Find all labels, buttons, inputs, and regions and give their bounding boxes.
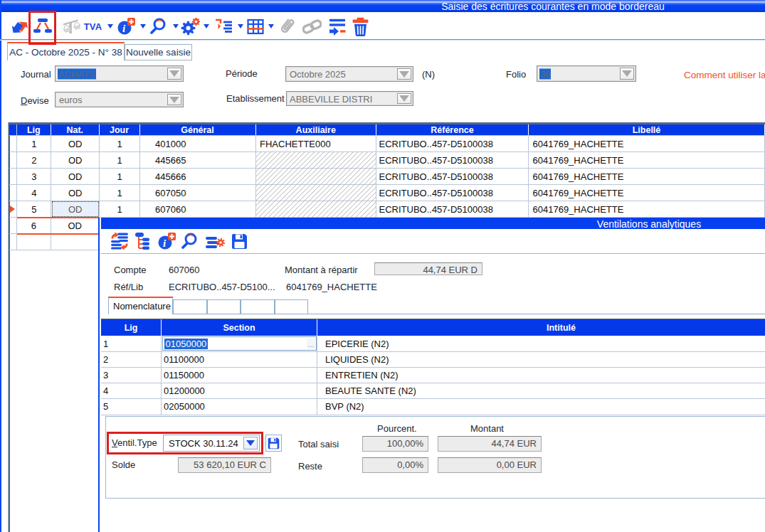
grid-icon[interactable] [247, 13, 264, 40]
etablissement-dropdown-icon[interactable] [397, 93, 411, 104]
tab-empty-4[interactable] [275, 299, 308, 314]
nomen-cell-lig[interactable]: 3 [103, 367, 161, 383]
cell-lib[interactable]: 6041769_HACHETTE [529, 169, 765, 184]
settings-icon[interactable] [181, 13, 201, 40]
cell-jour[interactable]: 1 [100, 136, 139, 151]
tva-button[interactable]: TVA [83, 13, 102, 40]
cell-lig[interactable]: 5 [17, 201, 51, 217]
nomen-cell-section[interactable]: 01200000 [164, 383, 317, 399]
help-link[interactable]: Comment utiliser la [684, 70, 765, 80]
column-header[interactable]: Référence [376, 124, 528, 136]
exit-icon[interactable] [9, 13, 28, 40]
nomen-cell-intitule[interactable]: LIQUIDES (N2) [325, 351, 765, 367]
tva-caret-icon[interactable] [107, 13, 113, 40]
cell-jour[interactable]: 1 [100, 185, 139, 201]
cell-nat[interactable]: OD [52, 185, 100, 201]
devise-dropdown-icon[interactable] [167, 94, 181, 105]
journal-combobox[interactable]: ACHATS [55, 65, 184, 82]
search-icon[interactable] [149, 13, 167, 40]
cell-lib[interactable]: 6041769_HACHETTE [529, 136, 765, 151]
settings-caret-icon[interactable] [203, 13, 209, 40]
nomen-section-editor[interactable]: 01050000... [162, 336, 317, 351]
cell-nat[interactable]: OD [52, 136, 100, 151]
cell-general[interactable]: 607050 [140, 185, 255, 201]
nomen-cell-section[interactable]: 01100000 [164, 351, 317, 367]
panel-info-add-icon[interactable]: i [157, 229, 176, 253]
panel-exchange-icon[interactable] [110, 229, 129, 253]
cell-ref[interactable]: ECRITUBO..457-D5100038 [377, 201, 529, 217]
column-header[interactable]: Nat. [51, 124, 99, 136]
cell-ref[interactable]: ECRITUBO..457-D5100038 [377, 185, 529, 201]
list-jump-icon[interactable] [214, 13, 233, 40]
cell-general[interactable]: 607060 [140, 201, 255, 217]
panel-search-icon[interactable] [181, 229, 198, 253]
search-caret-icon[interactable] [172, 13, 179, 40]
cell-general[interactable]: 445665 [140, 152, 255, 168]
tab-empty-2[interactable] [207, 299, 241, 314]
column-header[interactable]: Auxiliaire [256, 124, 376, 136]
info-add-icon[interactable]: i [117, 13, 135, 40]
column-header[interactable]: Général [140, 124, 255, 136]
transfer-lines-icon[interactable] [329, 13, 346, 40]
cell-nat[interactable]: OD [52, 201, 100, 217]
nomen-cell-section[interactable]: 01150000 [164, 367, 317, 383]
cell-ref[interactable]: ECRITUBO..457-D5100038 [377, 136, 529, 151]
cell-jour[interactable]: 1 [100, 201, 139, 217]
tab-empty-3[interactable] [241, 299, 275, 314]
row-selector[interactable] [9, 152, 16, 169]
cell-general[interactable]: 401000 [140, 136, 255, 151]
row-selector[interactable] [9, 201, 16, 218]
cell-ref[interactable]: ECRITUBO..457-D5100038 [377, 169, 529, 184]
cell-lib[interactable]: 6041769_HACHETTE [529, 185, 765, 201]
journal-dropdown-icon[interactable] [167, 68, 181, 80]
cell-lib[interactable]: 6041769_HACHETTE [529, 201, 765, 217]
info-caret-icon[interactable] [139, 13, 146, 40]
nomen-column-header[interactable]: Lig [101, 319, 161, 336]
nomen-column-header[interactable]: Section [162, 319, 317, 336]
column-header[interactable]: Libellé [529, 124, 764, 136]
cell-jour[interactable]: 1 [100, 169, 139, 184]
cell-lib[interactable]: 6041769_HACHETTE [529, 152, 765, 168]
nomen-cell-intitule[interactable]: EPICERIE (N2) [325, 336, 765, 351]
nomen-section-lookup-button[interactable]: ... [307, 339, 315, 349]
nomen-cell-lig[interactable]: 1 [103, 336, 161, 351]
nomen-cell-lig[interactable]: 4 [103, 383, 161, 399]
tab-empty-1[interactable] [173, 299, 207, 314]
cell-jour[interactable]: 1 [100, 152, 139, 168]
trash-icon[interactable] [352, 13, 369, 40]
column-header[interactable]: Lig [17, 124, 51, 136]
row-selector[interactable] [9, 185, 16, 201]
folio-dropdown-icon[interactable] [620, 68, 634, 80]
cell-lig[interactable]: 1 [17, 136, 51, 151]
cell-nat[interactable]: OD [52, 169, 100, 184]
panel-stack-settings-icon[interactable] [205, 229, 225, 253]
nomen-cell-section[interactable]: 02050000 [164, 399, 317, 415]
panel-hierarchy-icon[interactable] [134, 229, 151, 253]
nomen-cell-lig[interactable]: 5 [103, 399, 161, 415]
column-header[interactable]: Jour [100, 124, 139, 136]
periode-dropdown-icon[interactable] [397, 68, 411, 80]
tab-document[interactable]: AC - Octobre 2025 - N° 38 [7, 42, 125, 60]
panel-save-icon[interactable] [231, 229, 248, 253]
tab-new-entry[interactable]: Nouvelle saisie [125, 44, 192, 60]
cell-general[interactable]: 445666 [140, 169, 255, 184]
list-jump-caret-icon[interactable] [237, 13, 243, 40]
cell-lig[interactable]: 4 [17, 185, 51, 201]
tab-nomenclature[interactable]: Nomenclature [108, 297, 173, 314]
periode-combobox[interactable]: Octobre 2025 [285, 66, 413, 82]
row-selector[interactable] [9, 169, 16, 185]
row-selector[interactable] [9, 136, 16, 152]
nomen-cell-intitule[interactable]: ENTRETIEN (N2) [325, 367, 765, 383]
cell-nat[interactable]: OD [51, 218, 99, 234]
etablissement-combobox[interactable]: ABBEVILLE DISTRI [286, 91, 413, 106]
nomen-cell-intitule[interactable]: BEAUTE SANTE (N2) [325, 383, 765, 399]
cell-nat[interactable]: OD [52, 152, 100, 168]
save-ventil-button[interactable] [265, 435, 282, 452]
cell-lig[interactable]: 2 [17, 152, 51, 168]
grid-caret-icon[interactable] [268, 13, 274, 40]
nomen-cell-lig[interactable]: 2 [103, 351, 161, 367]
cell-ref[interactable]: ECRITUBO..457-D5100038 [377, 152, 529, 168]
cell-lig[interactable]: 3 [17, 169, 51, 184]
folio-combobox[interactable]: 38 [537, 65, 636, 82]
devise-combobox[interactable]: euros [55, 92, 184, 107]
